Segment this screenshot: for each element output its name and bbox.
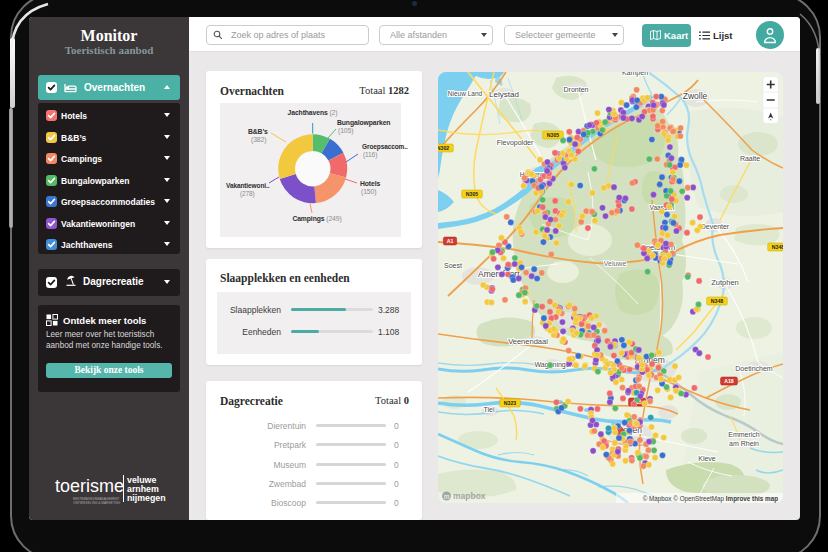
svg-text:Doetinchem: Doetinchem	[735, 365, 773, 372]
svg-text:N323: N323	[504, 400, 517, 406]
svg-text:Nieuw Land: Nieuw Land	[448, 90, 483, 97]
svg-text:A18: A18	[724, 378, 734, 384]
svg-text:N305: N305	[466, 191, 479, 197]
svg-text:Zwolle: Zwolle	[683, 91, 708, 101]
svg-text:N348: N348	[772, 244, 783, 250]
svg-text:Deventer: Deventer	[701, 223, 730, 230]
svg-text:Kleve: Kleve	[698, 455, 716, 462]
svg-text:© Mapbox © OpenStreetMap Impro: © Mapbox © OpenStreetMap Improve this ma…	[643, 495, 778, 503]
svg-text:am Rhein: am Rhein	[729, 440, 759, 447]
svg-text:N305: N305	[547, 132, 560, 138]
svg-text:Zutphen: Zutphen	[711, 278, 739, 287]
svg-text:Veenendaal: Veenendaal	[508, 337, 548, 346]
svg-text:mapbox: mapbox	[453, 491, 486, 501]
svg-text:A1: A1	[447, 238, 454, 244]
svg-text:Lelystad: Lelystad	[489, 90, 519, 99]
svg-text:Flevopolder: Flevopolder	[497, 139, 534, 147]
svg-text:Raalte: Raalte	[740, 155, 760, 162]
svg-text:m: m	[444, 493, 449, 500]
svg-text:Soest: Soest	[444, 262, 462, 269]
svg-text:Tiel: Tiel	[483, 406, 494, 413]
svg-text:Veluwe: Veluwe	[604, 260, 627, 267]
svg-text:Dronten: Dronten	[564, 86, 589, 93]
svg-text:Emmerich: Emmerich	[728, 431, 760, 438]
svg-text:N302: N302	[438, 145, 449, 151]
svg-text:N348: N348	[711, 298, 724, 304]
